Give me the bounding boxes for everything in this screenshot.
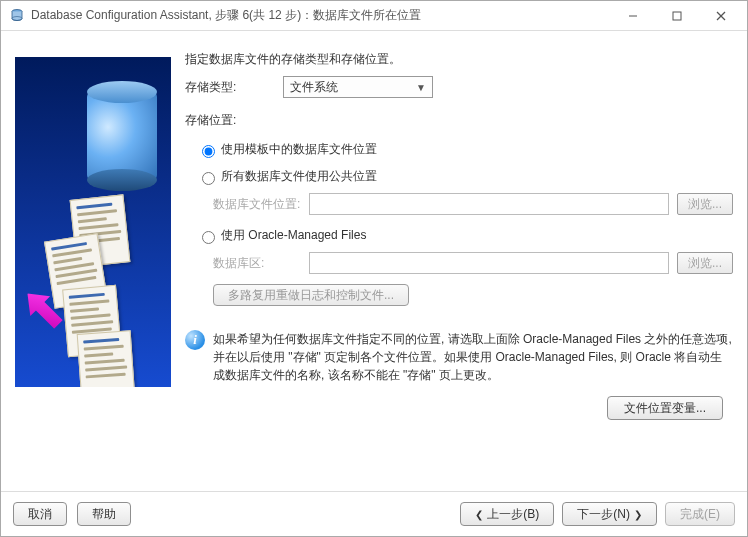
radio-template-input[interactable] (202, 145, 215, 158)
chevron-left-icon: ❮ (475, 509, 483, 520)
info-icon: i (185, 330, 205, 350)
finish-button: 完成(E) (665, 502, 735, 526)
minimize-button[interactable] (611, 2, 655, 30)
omf-area-field-label: 数据库区: (213, 255, 301, 272)
storage-type-label: 存储类型: (185, 79, 283, 96)
file-location-variables-button[interactable]: 文件位置变量... (607, 396, 723, 420)
app-icon (9, 8, 25, 24)
info-panel: i 如果希望为任何数据库文件指定不同的位置, 请选取上面除 Oracle-Man… (185, 330, 733, 384)
multiplex-redo-button: 多路复用重做日志和控制文件... (213, 284, 409, 306)
radio-template-label: 使用模板中的数据库文件位置 (221, 141, 377, 158)
info-text: 如果希望为任何数据库文件指定不同的位置, 请选取上面除 Oracle-Manag… (213, 330, 733, 384)
wizard-footer: 取消 帮助 ❮ 上一步(B) 下一步(N) ❯ 完成(E) (1, 491, 747, 536)
back-label: 上一步(B) (487, 506, 539, 523)
browse-common-button: 浏览... (677, 193, 733, 215)
radio-template-location[interactable]: 使用模板中的数据库文件位置 (197, 141, 733, 158)
browse-omf-button: 浏览... (677, 252, 733, 274)
radio-omf[interactable]: 使用 Oracle-Managed Files (197, 227, 733, 244)
chevron-down-icon: ▼ (416, 82, 426, 93)
page-description: 指定数据库文件的存储类型和存储位置。 (185, 51, 733, 68)
radio-common-input[interactable] (202, 172, 215, 185)
help-button[interactable]: 帮助 (77, 502, 131, 526)
common-location-input (309, 193, 669, 215)
common-location-field-label: 数据库文件位置: (213, 196, 301, 213)
radio-omf-label: 使用 Oracle-Managed Files (221, 227, 366, 244)
window-controls (611, 2, 743, 30)
storage-type-select[interactable]: 文件系统 ▼ (283, 76, 433, 98)
cancel-button[interactable]: 取消 (13, 502, 67, 526)
close-button[interactable] (699, 2, 743, 30)
radio-common-label: 所有数据库文件使用公共位置 (221, 168, 377, 185)
omf-area-input (309, 252, 669, 274)
dbca-window: Database Configuration Assistant, 步骤 6(共… (0, 0, 748, 537)
back-button[interactable]: ❮ 上一步(B) (460, 502, 554, 526)
body: 指定数据库文件的存储类型和存储位置。 存储类型: 文件系统 ▼ 存储位置: 使用… (1, 31, 747, 491)
chevron-right-icon: ❯ (634, 509, 642, 520)
radio-common-location[interactable]: 所有数据库文件使用公共位置 (197, 168, 733, 185)
next-button[interactable]: 下一步(N) ❯ (562, 502, 657, 526)
titlebar: Database Configuration Assistant, 步骤 6(共… (1, 1, 747, 31)
wizard-illustration (15, 57, 171, 387)
maximize-button[interactable] (655, 2, 699, 30)
svg-rect-3 (673, 12, 681, 20)
storage-location-label: 存储位置: (185, 112, 733, 129)
main-panel: 指定数据库文件的存储类型和存储位置。 存储类型: 文件系统 ▼ 存储位置: 使用… (185, 51, 733, 481)
next-label: 下一步(N) (577, 506, 630, 523)
storage-type-value: 文件系统 (290, 79, 338, 96)
window-title: Database Configuration Assistant, 步骤 6(共… (31, 7, 611, 24)
radio-omf-input[interactable] (202, 231, 215, 244)
